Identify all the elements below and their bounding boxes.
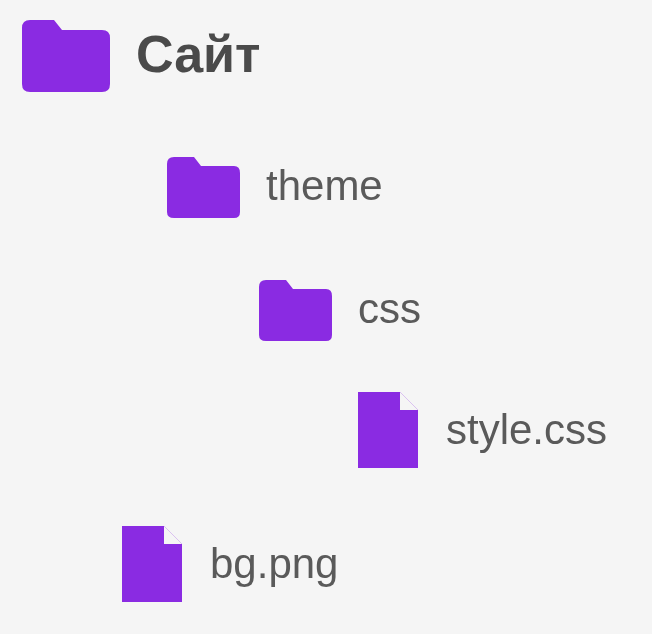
- file-item-bgpng: bg.png: [118, 522, 338, 606]
- folder-item-css: css: [254, 275, 421, 343]
- file-item-stylecss: style.css: [354, 388, 607, 472]
- folder-label: css: [358, 285, 421, 333]
- file-label: bg.png: [210, 540, 338, 588]
- file-icon: [118, 522, 186, 606]
- folder-item-theme: theme: [162, 152, 383, 220]
- file-icon: [354, 388, 422, 472]
- folder-item-root: Сайт: [16, 14, 261, 94]
- folder-label: Сайт: [136, 24, 261, 84]
- file-label: style.css: [446, 406, 607, 454]
- folder-icon: [16, 14, 112, 94]
- folder-icon: [162, 152, 242, 220]
- folder-label: theme: [266, 162, 383, 210]
- folder-icon: [254, 275, 334, 343]
